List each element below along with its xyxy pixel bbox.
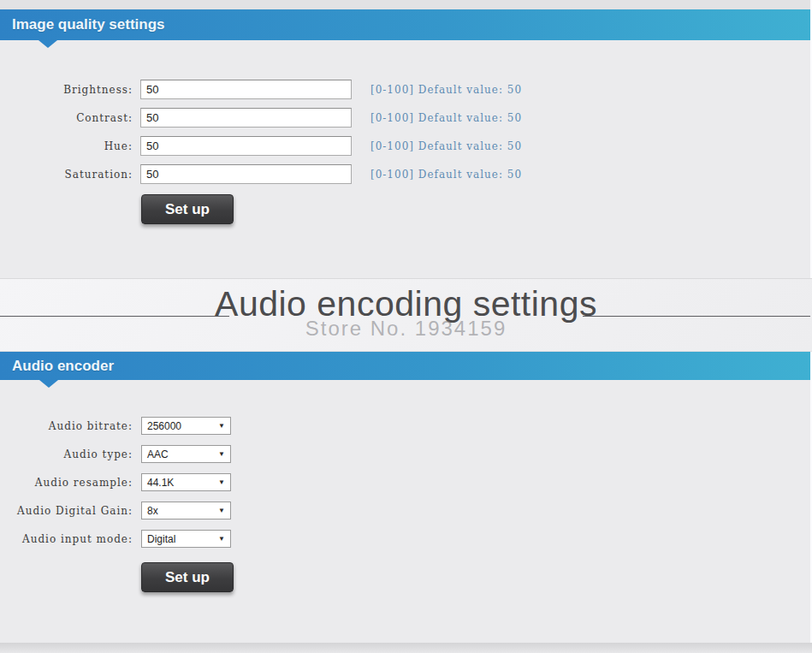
- table-row: Audio type: AAC ▼: [0, 445, 231, 463]
- audio-encoding-banner: Audio encoding settings Store No. 193415…: [0, 278, 812, 352]
- audio-type-label: Audio type:: [0, 448, 133, 460]
- chevron-down-icon: ▼: [218, 423, 225, 430]
- audio-type-value: AAC: [147, 448, 169, 460]
- hue-input[interactable]: [140, 136, 352, 156]
- audio-resample-value: 44.1K: [147, 477, 174, 489]
- chevron-down-icon: ▼: [218, 479, 225, 486]
- table-row: Hue: [0-100] Default value: 50: [0, 136, 522, 156]
- audio-input-mode-select[interactable]: Digital ▼: [141, 530, 231, 548]
- image-quality-form: Brightness: [0-100] Default value: 50 Co…: [0, 80, 522, 193]
- audio-bitrate-select[interactable]: 256000 ▼: [141, 417, 231, 435]
- brightness-label: Brightness:: [0, 84, 133, 96]
- table-row: Audio resample: 44.1K ▼: [0, 473, 231, 491]
- brightness-hint: [0-100] Default value: 50: [370, 84, 522, 96]
- audio-encoder-setup-button[interactable]: Set up: [141, 562, 234, 592]
- table-row: Saturation: [0-100] Default value: 50: [0, 164, 522, 184]
- audio-bitrate-value: 256000: [147, 420, 181, 432]
- brightness-input[interactable]: [140, 80, 352, 99]
- audio-resample-select[interactable]: 44.1K ▼: [141, 473, 231, 491]
- audio-type-select[interactable]: AAC ▼: [141, 445, 231, 463]
- audio-bitrate-label: Audio bitrate:: [0, 420, 133, 432]
- image-quality-header-pointer-icon: [39, 40, 57, 48]
- contrast-hint: [0-100] Default value: 50: [370, 112, 522, 124]
- table-row: Audio input mode: Digital ▼: [0, 530, 231, 548]
- chevron-down-icon: ▼: [218, 536, 225, 543]
- contrast-label: Contrast:: [0, 112, 133, 124]
- chevron-down-icon: ▼: [218, 451, 225, 458]
- saturation-label: Saturation:: [0, 169, 133, 181]
- audio-encoder-section-header: Audio encoder: [0, 352, 810, 380]
- hue-label: Hue:: [0, 140, 133, 152]
- top-strip: [0, 0, 812, 9]
- table-row: Audio Digital Gain: 8x ▼: [0, 502, 231, 519]
- audio-encoder-form: Audio bitrate: 256000 ▼ Audio type: AAC …: [0, 417, 231, 558]
- table-row: Audio bitrate: 256000 ▼: [0, 417, 231, 435]
- audio-digital-gain-select[interactable]: 8x ▼: [141, 502, 231, 519]
- bottom-strip: [0, 643, 812, 653]
- image-quality-setup-button[interactable]: Set up: [141, 194, 234, 224]
- audio-encoder-header-pointer-icon: [39, 380, 58, 388]
- audio-digital-gain-value: 8x: [147, 505, 158, 517]
- hue-hint: [0-100] Default value: 50: [370, 140, 522, 152]
- table-row: Brightness: [0-100] Default value: 50: [0, 80, 522, 99]
- table-row: Contrast: [0-100] Default value: 50: [0, 108, 522, 128]
- audio-resample-label: Audio resample:: [0, 477, 133, 489]
- store-watermark: Store No. 1934159: [0, 317, 812, 341]
- audio-input-mode-label: Audio input mode:: [0, 533, 133, 545]
- contrast-input[interactable]: [140, 108, 352, 128]
- saturation-hint: [0-100] Default value: 50: [370, 169, 522, 181]
- audio-digital-gain-label: Audio Digital Gain:: [0, 505, 133, 517]
- saturation-input[interactable]: [140, 164, 352, 184]
- audio-input-mode-value: Digital: [147, 533, 175, 545]
- image-quality-section-header: Image quality settings: [0, 9, 810, 40]
- chevron-down-icon: ▼: [218, 508, 225, 514]
